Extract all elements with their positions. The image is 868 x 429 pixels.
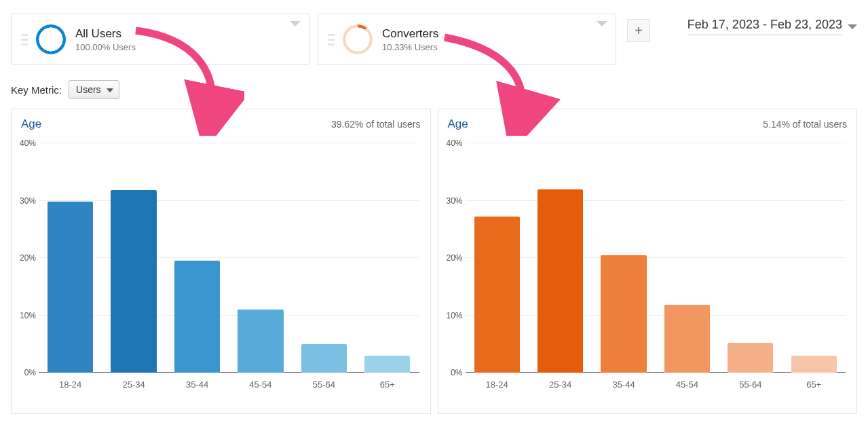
segment-text: All Users 100.00% Users: [75, 27, 136, 52]
bar[interactable]: [48, 202, 93, 373]
y-tick-label: 40%: [440, 138, 463, 148]
bar[interactable]: [474, 217, 520, 373]
segment-subtext: 10.33% Users: [382, 42, 438, 52]
plus-icon: +: [635, 23, 643, 39]
date-range-picker[interactable]: Feb 17, 2023 - Feb 23, 2023: [687, 14, 857, 35]
bar[interactable]: [364, 356, 410, 373]
grid-line: [466, 143, 846, 143]
chart-title: Age: [448, 117, 468, 131]
chevron-down-icon[interactable]: [290, 21, 301, 26]
grid-line: [466, 200, 846, 201]
x-tick-label: 18-24: [486, 379, 508, 390]
chart-x-axis: 18-2425-3435-4445-5455-6465+: [466, 379, 846, 393]
key-metric-row: Key Metric: Users: [11, 80, 857, 99]
grid-line: [39, 315, 419, 316]
y-tick-label: 10%: [440, 311, 463, 320]
x-tick-label: 65+: [806, 379, 821, 390]
y-tick-label: 0%: [440, 368, 463, 377]
segment-converters[interactable]: Converters 10.33% Users: [318, 14, 616, 65]
chart-subtitle: 5.14% of total users: [763, 119, 847, 130]
bar[interactable]: [537, 189, 583, 373]
chevron-down-icon: [848, 24, 857, 29]
x-tick-label: 35-44: [612, 379, 635, 390]
analytics-dashboard: All Users 100.00% Users Converters 10.33…: [0, 0, 868, 429]
bar[interactable]: [791, 356, 837, 373]
grid-line: [39, 257, 419, 258]
grid-line: [466, 372, 846, 373]
y-tick-label: 30%: [440, 196, 463, 206]
segment-subtext: 100.00% Users: [75, 42, 136, 52]
chart-title: Age: [21, 117, 41, 131]
segment-all-users[interactable]: All Users 100.00% Users: [11, 14, 309, 65]
charts-row: Age 39.62% of total users 0%10%20%30%40%…: [11, 109, 857, 414]
grid-line: [39, 143, 419, 143]
chart-plot-area: 0%10%20%30%40%: [466, 143, 846, 373]
grid-line: [39, 200, 419, 201]
bar[interactable]: [664, 305, 710, 373]
x-tick-label: 25-34: [123, 379, 145, 390]
bar[interactable]: [301, 344, 347, 373]
segment-ring-icon: [36, 24, 66, 54]
bar[interactable]: [174, 261, 220, 373]
segment-row: All Users 100.00% Users Converters 10.33…: [11, 14, 857, 65]
x-tick-label: 45-54: [249, 379, 271, 390]
x-tick-label: 35-44: [186, 379, 208, 390]
key-metric-label: Key Metric:: [11, 84, 62, 96]
add-segment-button[interactable]: +: [627, 19, 650, 42]
x-tick-label: 55-64: [313, 379, 335, 390]
segment-title: Converters: [382, 27, 438, 41]
y-tick-label: 20%: [440, 253, 463, 263]
grid-line: [466, 315, 846, 316]
x-tick-label: 55-64: [739, 379, 761, 390]
segment-title: All Users: [75, 27, 136, 41]
y-tick-label: 30%: [13, 196, 36, 206]
bar[interactable]: [728, 343, 773, 373]
y-tick-label: 20%: [13, 253, 36, 263]
bar[interactable]: [111, 190, 156, 373]
drag-handle-icon[interactable]: [21, 34, 28, 45]
age-chart-all-users: Age 39.62% of total users 0%10%20%30%40%…: [11, 109, 431, 414]
grid-line: [39, 372, 419, 373]
chevron-down-icon[interactable]: [597, 21, 607, 26]
chart-x-axis: 18-2425-3435-4445-5455-6465+: [39, 379, 419, 393]
drag-handle-icon[interactable]: [328, 34, 335, 45]
chart-subtitle: 39.62% of total users: [331, 119, 421, 130]
grid-line: [466, 257, 846, 258]
y-tick-label: 10%: [13, 311, 36, 320]
x-tick-label: 45-54: [676, 379, 698, 390]
segment-ring-icon: [343, 24, 373, 54]
key-metric-select[interactable]: Users: [69, 80, 119, 99]
key-metric-value: Users: [76, 84, 101, 95]
bar[interactable]: [238, 310, 283, 373]
x-tick-label: 65+: [380, 379, 395, 390]
x-tick-label: 25-34: [549, 379, 571, 390]
chart-plot-area: 0%10%20%30%40%: [39, 143, 419, 373]
y-tick-label: 40%: [13, 138, 36, 148]
bar[interactable]: [601, 255, 646, 373]
y-tick-label: 0%: [13, 368, 36, 377]
segment-text: Converters 10.33% Users: [382, 27, 438, 52]
age-chart-converters: Age 5.14% of total users 0%10%20%30%40% …: [438, 109, 858, 414]
x-tick-label: 18-24: [59, 379, 81, 390]
date-range-label: Feb 17, 2023 - Feb 23, 2023: [687, 18, 842, 35]
